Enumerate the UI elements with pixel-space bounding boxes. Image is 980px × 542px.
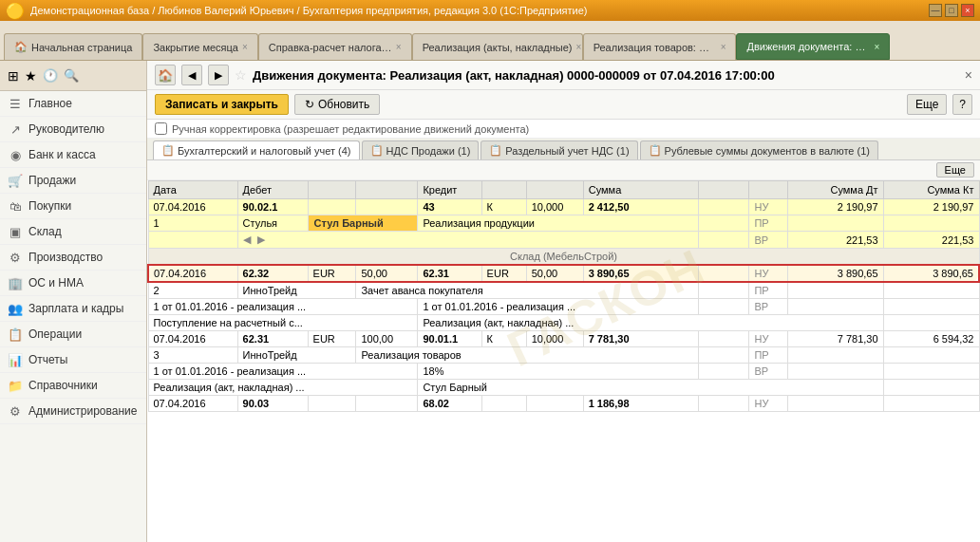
doc-close-button[interactable]: × bbox=[965, 67, 972, 83]
cell-post: Поступление на расчетный с... bbox=[148, 315, 418, 331]
sidebar-item-manager[interactable]: ↗ Руководителю bbox=[0, 117, 146, 142]
col-summa-kt: Сумма Кт bbox=[883, 181, 979, 199]
sidebar-item-main[interactable]: ☰ Главное bbox=[0, 91, 146, 117]
table-row[interactable]: Реализация (акт, накладная) ... Стул Бар… bbox=[148, 380, 979, 396]
tab-close-month[interactable]: Закрытие месяца × bbox=[142, 33, 257, 60]
circle-reg: НУ bbox=[749, 265, 787, 282]
purchases-icon: 🛍 bbox=[8, 198, 23, 214]
star-icon[interactable]: ★ bbox=[25, 68, 37, 84]
table-row[interactable]: 3 ИнноТрейд Реализация товаров ПР bbox=[148, 347, 979, 364]
tab-tax-calc[interactable]: Справка-расчет налога на прибыль за Апре… bbox=[258, 33, 412, 60]
table-more-button[interactable]: Еще bbox=[936, 162, 974, 178]
table-row[interactable]: 2 ИнноТрейд Зачет аванса покупателя ПР bbox=[148, 282, 979, 299]
subtab-vat-sales-label: НДС Продажи (1) bbox=[386, 145, 471, 157]
table-row[interactable]: ◀ ▶ ВР 221,53 221,53 bbox=[148, 232, 979, 249]
tab-tax-calc-x[interactable]: × bbox=[396, 42, 402, 52]
cell-summa-dt3: 7 781,30 bbox=[787, 331, 883, 347]
tab-sales[interactable]: Реализация (акты, накладные) × bbox=[412, 33, 583, 60]
title-bar-text: Демонстрационная база / Любинов Валерий … bbox=[30, 5, 929, 16]
cell-pr3: ПР bbox=[749, 347, 787, 364]
admin-icon: ⚙ bbox=[8, 403, 23, 419]
nav-right[interactable]: ▶ bbox=[257, 234, 265, 245]
sidebar-item-bank[interactable]: ◉ Банк и касса bbox=[0, 142, 146, 168]
help-button[interactable]: ? bbox=[952, 94, 972, 115]
save-close-button[interactable]: Записать и закрыть bbox=[155, 94, 289, 115]
tab-sales-doc-x[interactable]: × bbox=[721, 42, 726, 52]
cell-vr3: ВР bbox=[749, 364, 787, 380]
sidebar-item-warehouse[interactable]: ▣ Склад bbox=[0, 219, 146, 245]
table-container[interactable]: Дата Дебет Кредит Сумма Сумма Дт Сумма К… bbox=[147, 180, 980, 542]
maximize-button[interactable]: □ bbox=[945, 4, 958, 17]
cell-vr-dt: 221,53 bbox=[787, 232, 883, 249]
table-row[interactable]: 1 Стулья Стул Барный Реализация продукци… bbox=[148, 215, 979, 232]
subtab-vat-sales[interactable]: 📋 НДС Продажи (1) bbox=[362, 140, 480, 159]
tab-close-month-label: Закрытие месяца bbox=[153, 42, 238, 53]
minimize-button[interactable]: — bbox=[929, 4, 942, 17]
cell-empty17 bbox=[883, 364, 979, 380]
sidebar-item-admin[interactable]: ⚙ Администрирование bbox=[0, 399, 146, 424]
close-window-button[interactable]: × bbox=[961, 4, 974, 17]
tab-home[interactable]: 🏠 Начальная страница bbox=[4, 33, 142, 60]
nav-left[interactable]: ◀ bbox=[243, 234, 251, 245]
table-row[interactable]: Поступление на расчетный с... Реализация… bbox=[148, 315, 979, 331]
tab-sales-x[interactable]: × bbox=[576, 42, 582, 52]
cell-18pct: 18% bbox=[418, 364, 698, 380]
doc-favorite-button[interactable]: ☆ bbox=[235, 67, 247, 83]
sidebar-label-bank: Банк и касса bbox=[28, 148, 96, 161]
sidebar-item-purchases[interactable]: 🛍 Покупки bbox=[0, 194, 146, 219]
search-icon[interactable]: 🔍 bbox=[64, 68, 79, 83]
bank-icon: ◉ bbox=[8, 147, 23, 162]
sidebar-item-reports[interactable]: 📊 Отчеты bbox=[0, 347, 146, 373]
more-button[interactable]: Еще bbox=[907, 94, 947, 115]
sub-tabs: 📋 Бухгалтерский и налоговый учет (4) 📋 Н… bbox=[147, 139, 980, 160]
sidebar-item-sales[interactable]: 🛒 Продажи bbox=[0, 168, 146, 194]
title-bar-buttons: — □ × bbox=[929, 4, 974, 17]
cell-vr2: ВР bbox=[749, 299, 787, 315]
sidebar: ⊞ ★ 🕐 🔍 ☰ Главное ↗ Руководителю ◉ Банк … bbox=[0, 61, 147, 542]
warehouse-icon: ▣ bbox=[8, 224, 23, 239]
col-summa-sub1 bbox=[698, 181, 749, 199]
sidebar-item-references[interactable]: 📁 Справочники bbox=[0, 373, 146, 399]
subtab-accounting[interactable]: 📋 Бухгалтерский и налоговый учет (4) bbox=[153, 140, 360, 159]
tab-movements[interactable]: Движения документа: Реализация (акт, нак… bbox=[736, 33, 890, 60]
subtab-vat-split[interactable]: 📋 Раздельный учет НДС (1) bbox=[481, 140, 637, 159]
sidebar-label-reports: Отчеты bbox=[28, 353, 67, 366]
operations-icon: 📋 bbox=[8, 327, 23, 342]
refresh-button[interactable]: ↻ Обновить bbox=[294, 94, 380, 115]
doc-home-button[interactable]: 🏠 bbox=[155, 65, 176, 85]
table-row[interactable]: 07.04.2016 90.03 68.02 1 186,98 НУ bbox=[148, 396, 979, 412]
doc-forward-button[interactable]: ▶ bbox=[208, 65, 229, 85]
sidebar-item-os[interactable]: 🏢 ОС и НМА bbox=[0, 271, 146, 296]
sidebar-label-purchases: Покупки bbox=[28, 199, 71, 213]
tab-sales-doc[interactable]: Реализация товаров: Накладная 0000-00000… bbox=[583, 33, 737, 60]
table-row[interactable]: 07.04.2016 90.02.1 43 К 10,000 2 412,50 … bbox=[148, 199, 979, 215]
cell-debet-sub bbox=[308, 199, 356, 215]
tab-close-month-x[interactable]: × bbox=[242, 42, 248, 52]
cell-summa-kt4 bbox=[883, 396, 979, 412]
manual-correction-checkbox[interactable] bbox=[155, 122, 167, 135]
cell-date4: 07.04.2016 bbox=[148, 396, 237, 412]
doc-back-button[interactable]: ◀ bbox=[181, 65, 202, 85]
tab-movements-x[interactable]: × bbox=[874, 42, 879, 52]
sidebar-item-salary[interactable]: 👥 Зарплата и кадры bbox=[0, 296, 146, 322]
sidebar-item-operations[interactable]: 📋 Операции bbox=[0, 322, 146, 347]
table-row[interactable]: 1 от 01.01.2016 - реализация ... 1 от 01… bbox=[148, 299, 979, 315]
table-row-circled[interactable]: 07.04.2016 62.32 EUR 50,00 62.31 EUR 50,… bbox=[148, 265, 979, 282]
cell-from2: 1 от 01.01.2016 - реализация ... bbox=[418, 299, 698, 315]
cell-from3: 1 от 01.01.2016 - реализация ... bbox=[148, 364, 418, 380]
table-group-row: Склад (МебельСтрой) bbox=[148, 249, 979, 266]
cell-debet4: 90.03 bbox=[237, 396, 308, 412]
sidebar-label-sales: Продажи bbox=[28, 174, 76, 187]
sidebar-item-production[interactable]: ⚙ Производство bbox=[0, 245, 146, 271]
col-kredit: Кредит bbox=[418, 181, 481, 199]
sidebar-label-operations: Операции bbox=[28, 327, 82, 341]
cell-empty19 bbox=[698, 396, 749, 412]
table-row[interactable]: 07.04.2016 62.31 EUR 100,00 90.01.1 К 10… bbox=[148, 331, 979, 347]
cell-empty3 bbox=[698, 232, 749, 249]
cell-empty16 bbox=[787, 364, 883, 380]
cell-empty bbox=[698, 215, 749, 232]
cell-pr2: ПР bbox=[749, 282, 787, 299]
cell-empty13 bbox=[787, 347, 883, 364]
subtab-ruble[interactable]: 📋 Рублевые суммы документов в валюте (1) bbox=[640, 140, 878, 159]
table-row[interactable]: 1 от 01.01.2016 - реализация ... 18% ВР bbox=[148, 364, 979, 380]
